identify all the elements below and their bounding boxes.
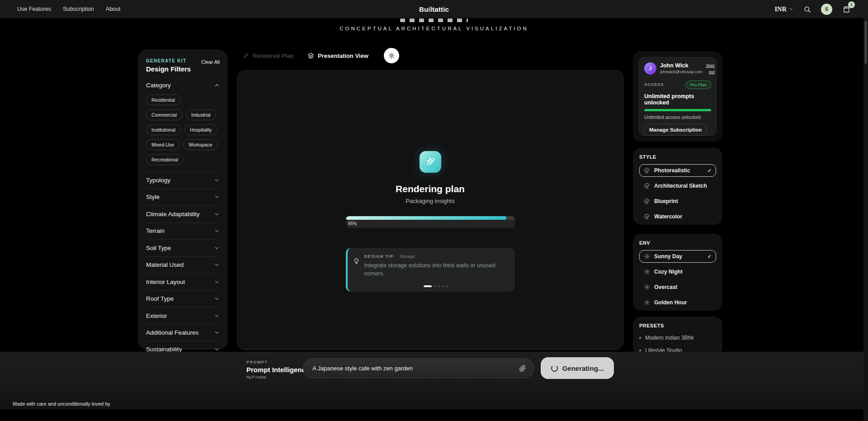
- nav-link-use-features[interactable]: Use Features: [17, 6, 51, 12]
- unlimited-note: Unlimited access unlocked.: [644, 114, 711, 120]
- cart-button[interactable]: 1: [842, 5, 851, 14]
- scrollbar-thumb[interactable]: [864, 21, 867, 64]
- style-option-label: Watercolor: [654, 213, 682, 220]
- design-tip-kicker: DESIGN TIP: [364, 254, 394, 259]
- preset-label: Modern Indian 3Bhk: [645, 335, 693, 341]
- search-icon[interactable]: [803, 5, 811, 13]
- status-title: Rendering plan: [396, 184, 465, 194]
- account-email: johnwick@vitruviai.com: [660, 70, 703, 74]
- tab-rendered-plan[interactable]: Rendered Plan: [243, 52, 294, 59]
- check-icon: ✓: [708, 168, 712, 174]
- chevron-down-icon: [214, 177, 220, 183]
- tab-presentation-view[interactable]: Presentation View: [307, 52, 368, 59]
- category-chip-workspace[interactable]: Workspace: [183, 139, 217, 150]
- prompt-input[interactable]: [303, 358, 534, 378]
- category-label: Category: [146, 82, 171, 89]
- layers-icon: [307, 52, 314, 59]
- category-chip-institutional[interactable]: Institutional: [146, 124, 181, 135]
- style-panel: STYLE Photorealistic✓Architectural Sketc…: [633, 148, 722, 225]
- style-option-label: Blueprint: [654, 198, 678, 204]
- account-card: J John Wick johnwick@vitruviai.com Sign …: [639, 57, 717, 136]
- chevron-down-icon: [214, 279, 220, 285]
- chevron-down-icon: [214, 245, 220, 251]
- nav-link-about[interactable]: About: [106, 6, 121, 12]
- filter-section-label: Typology: [146, 177, 170, 184]
- design-tip-text: Integrate storage solutions into thick w…: [364, 261, 505, 278]
- chevron-down-icon: [214, 313, 220, 319]
- category-chip-residential[interactable]: Residential: [146, 95, 180, 105]
- design-filters-panel: GENERATE KIT Design Filters Clear All Ca…: [138, 50, 227, 350]
- filter-section-label: Terrain: [146, 227, 165, 234]
- env-option-golden-hour[interactable]: Golden Hour: [639, 296, 716, 309]
- filter-section-additional-features[interactable]: Additional Features: [146, 324, 220, 341]
- filter-section-material-used[interactable]: Material Used: [146, 256, 220, 274]
- env-option-sunny-day[interactable]: Sunny Day✓: [639, 250, 716, 263]
- progress-percent-label: 95%: [346, 220, 515, 228]
- carousel-dot[interactable]: [424, 285, 432, 287]
- progress-track: [346, 216, 515, 220]
- category-accordion-header[interactable]: Category: [146, 82, 220, 89]
- sign-out-link[interactable]: Sign out: [706, 62, 715, 76]
- filter-section-roof-type[interactable]: Roof Type: [146, 290, 220, 307]
- filter-section-terrain[interactable]: Terrain: [146, 222, 220, 240]
- filter-section-label: Material Used: [146, 261, 184, 268]
- carousel-dot[interactable]: [438, 285, 440, 287]
- style-option-blueprint[interactable]: Blueprint: [639, 195, 716, 208]
- plan-badge: Pro Plan: [686, 80, 711, 89]
- env-option-overcast[interactable]: Overcast: [639, 281, 716, 293]
- chevron-down-icon: [214, 262, 220, 268]
- category-chip-mixed-use[interactable]: Mixed-Use: [146, 139, 179, 150]
- style-options: Photorealistic✓Architectural SketchBluep…: [639, 164, 716, 223]
- currency-selector[interactable]: INR: [774, 5, 793, 13]
- style-option-watercolor[interactable]: Watercolor: [639, 210, 716, 223]
- sun-icon: [644, 284, 650, 290]
- category-chip-commercial[interactable]: Commercial: [146, 109, 182, 120]
- filter-section-label: Roof Type: [146, 295, 174, 302]
- preset-modern-indian-3bhk[interactable]: Modern Indian 3Bhk: [639, 332, 716, 344]
- category-chip-industrial[interactable]: Industrial: [186, 109, 216, 120]
- account-avatar: J: [644, 62, 656, 75]
- generating-label: Generating...: [562, 364, 604, 372]
- user-avatar[interactable]: S: [821, 4, 832, 15]
- nav-link-subscription[interactable]: Subscription: [63, 6, 94, 12]
- render-progress: 95%: [346, 216, 515, 228]
- style-panel-label: STYLE: [639, 154, 716, 160]
- chevron-down-icon: [214, 296, 220, 302]
- prompt-kicker: PROMPT: [246, 360, 309, 364]
- page-scrollbar[interactable]: [863, 18, 868, 421]
- generate-kit-kicker: GENERATE KIT: [146, 58, 191, 63]
- design-tip-card: DESIGN TIP Storage Integrate storage sol…: [346, 248, 515, 292]
- filter-section-style[interactable]: Style: [146, 189, 220, 206]
- style-option-label: Architectural Sketch: [654, 183, 707, 189]
- generating-button[interactable]: Generating...: [541, 357, 614, 379]
- palette-icon: [644, 183, 650, 189]
- category-chip-hospitality[interactable]: Hospitality: [184, 124, 217, 135]
- render-canvas: Rendering plan Packaging insights 95% DE…: [237, 70, 623, 350]
- category-chip-recreational[interactable]: Recreational: [146, 154, 184, 165]
- filter-section-typology[interactable]: Typology: [146, 171, 220, 189]
- carousel-dot[interactable]: [442, 285, 444, 287]
- chevron-down-icon: [789, 7, 793, 11]
- style-option-architectural-sketch[interactable]: Architectural Sketch: [639, 180, 716, 192]
- clear-all-button[interactable]: Clear All: [201, 59, 220, 65]
- filter-section-soil-type[interactable]: Soil Type: [146, 239, 220, 256]
- carousel-dot[interactable]: [446, 285, 448, 287]
- filter-section-exterior[interactable]: Exterior: [146, 307, 220, 324]
- chevron-down-icon: [214, 228, 220, 234]
- env-option-label: Sunny Day: [654, 253, 682, 260]
- tip-carousel-dots: [364, 285, 508, 288]
- filter-section-interior-layout[interactable]: Interior Layout: [146, 273, 220, 290]
- bottom-black-band: [0, 409, 868, 421]
- paperclip-icon[interactable]: [519, 364, 526, 372]
- access-label: ACCESS: [644, 82, 664, 87]
- prompt-bar: PROMPT Prompt Intelligence NLP Active Ge…: [0, 352, 868, 393]
- style-option-photorealistic[interactable]: Photorealistic✓: [639, 164, 716, 177]
- sun-icon: [644, 269, 650, 275]
- lightbulb-icon: [353, 258, 360, 265]
- carousel-dot[interactable]: [434, 285, 436, 287]
- theme-toggle-button[interactable]: [384, 48, 399, 63]
- filter-section-climate-adaptability[interactable]: Climate Adaptability: [146, 205, 220, 222]
- env-option-cozy-night[interactable]: Cozy Night: [639, 265, 716, 278]
- manage-subscription-button[interactable]: Manage Subscription: [644, 124, 707, 136]
- sun-icon: [388, 52, 395, 59]
